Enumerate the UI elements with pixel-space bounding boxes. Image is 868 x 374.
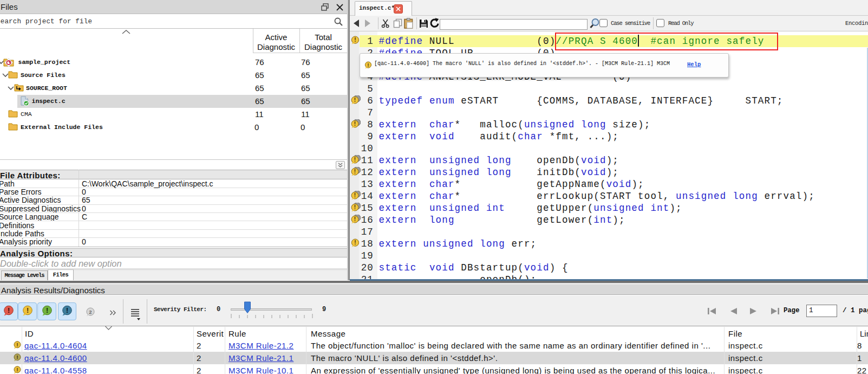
svg-text:2: 2: [89, 309, 92, 315]
svg-text:!: !: [354, 97, 356, 103]
svg-text:!: !: [17, 342, 18, 347]
svg-text:!: !: [354, 121, 356, 127]
svg-text:!: !: [354, 216, 356, 222]
svg-text:!: !: [354, 192, 356, 198]
svg-text:!: !: [27, 307, 29, 314]
svg-text:!: !: [66, 307, 68, 314]
svg-text:!: !: [8, 307, 10, 314]
svg-text:!: !: [354, 37, 356, 43]
svg-text:!: !: [354, 169, 356, 175]
svg-text:!: !: [354, 240, 356, 246]
svg-text:!: !: [17, 354, 18, 360]
svg-text:!: !: [17, 367, 18, 372]
svg-text:!: !: [368, 62, 369, 68]
svg-text:!: !: [46, 307, 48, 314]
svg-text:!: !: [354, 157, 356, 163]
svg-text:!: !: [354, 204, 356, 210]
